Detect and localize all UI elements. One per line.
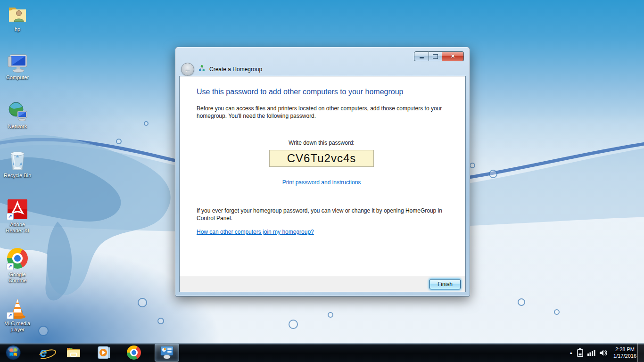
forget-password-text: If you ever forget your homegroup passwo…: [197, 207, 443, 222]
control-panel-icon: [159, 346, 174, 360]
window-caption-bar[interactable]: ✕: [175, 47, 470, 63]
desktop-icon-network[interactable]: Network: [1, 100, 34, 130]
taskbar-windows-explorer[interactable]: [64, 343, 83, 362]
desktop-icon-computer[interactable]: Computer: [1, 51, 34, 81]
user-folder-icon: [6, 3, 29, 25]
create-homegroup-window: ✕ ← Create a Homegroup Use this password…: [175, 47, 470, 296]
taskbar-internet-explorer[interactable]: e: [34, 343, 53, 362]
homegroup-password-box: CV6Tu2vc4s: [269, 150, 374, 167]
desktop-icon-label: VLC media player: [1, 321, 34, 333]
battery-icon[interactable]: [577, 348, 583, 357]
close-button[interactable]: ✕: [442, 51, 464, 61]
shortcut-arrow-icon: ↗: [7, 213, 14, 220]
window-title: Create a Homegroup: [209, 66, 262, 73]
adobe-reader-icon: ↗: [6, 198, 29, 221]
network-signal-icon[interactable]: [587, 349, 595, 356]
finish-button[interactable]: Finish: [429, 279, 461, 289]
recycle-bin-icon: [6, 149, 29, 172]
taskbar-chrome[interactable]: [124, 343, 143, 362]
taskbar-homegroup-active[interactable]: [155, 344, 179, 362]
start-button[interactable]: [4, 343, 23, 362]
volume-icon[interactable]: [600, 349, 608, 356]
shortcut-arrow-icon: ↗: [7, 263, 14, 270]
desktop-icon-adobe-reader[interactable]: ↗ Adobe Reader XI: [1, 198, 34, 234]
minimize-button[interactable]: [414, 51, 429, 61]
vlc-icon: ↗: [6, 297, 29, 320]
desktop-icon-label: Adobe Reader XI: [1, 222, 34, 234]
media-player-icon: [97, 346, 111, 360]
folder-icon: [66, 346, 81, 359]
clock-time: 2:28 PM: [613, 346, 636, 353]
desktop-icon-vlc[interactable]: ↗ VLC media player: [1, 297, 34, 333]
network-icon: [6, 100, 29, 123]
taskbar-media-player[interactable]: [94, 343, 113, 362]
desktop-icon-label: Network: [1, 123, 34, 130]
back-arrow-icon: ←: [184, 65, 191, 73]
clock-date: 1/17/2016: [613, 353, 636, 359]
chrome-icon: ↗: [6, 248, 29, 271]
homegroup-icon: [198, 65, 206, 74]
maximize-icon: [433, 54, 438, 59]
close-icon: ✕: [451, 53, 455, 59]
desktop-icon-label: Recycle Bin: [1, 173, 34, 179]
password-label: Write down this password:: [197, 140, 446, 146]
internet-explorer-icon: e: [40, 346, 47, 359]
up-arrow-icon: ▲: [569, 351, 573, 355]
window-content-panel: Use this password to add other computers…: [179, 76, 466, 292]
navigation-band: ← Create a Homegroup: [175, 63, 470, 76]
maximize-button[interactable]: [429, 51, 442, 61]
show-hidden-icons-button[interactable]: ▲: [569, 351, 573, 355]
desktop-icon-hp[interactable]: hp: [1, 3, 34, 33]
desktop-icon-label: Google Chrome: [1, 272, 34, 284]
show-desktop-button[interactable]: [637, 343, 644, 362]
back-button[interactable]: ←: [181, 63, 194, 76]
page-title: Use this password to add other computers…: [197, 88, 446, 96]
print-password-link[interactable]: Print password and instructions: [282, 179, 361, 186]
windows-logo-icon: [5, 345, 21, 361]
intro-text: Before you can access files and printers…: [197, 105, 443, 120]
desktop-icon-label: Computer: [1, 74, 34, 81]
desktop-icon-label: hp: [1, 26, 34, 33]
window-footer: Finish: [180, 276, 465, 292]
taskbar-clock[interactable]: 2:28 PM 1/17/2016: [613, 346, 636, 359]
taskbar: e ▲: [0, 343, 644, 362]
computer-icon: [6, 51, 29, 74]
join-homegroup-help-link[interactable]: How can other computers join my homegrou…: [197, 229, 314, 235]
chrome-icon: [127, 346, 141, 360]
desktop-icon-google-chrome[interactable]: ↗ Google Chrome: [1, 247, 34, 284]
shortcut-arrow-icon: ↗: [7, 312, 14, 319]
system-tray: ▲ 2:28 PM 1/17/2016: [569, 343, 636, 362]
minimize-icon: [420, 57, 424, 58]
desktop-icon-recycle-bin[interactable]: Recycle Bin: [1, 149, 34, 179]
